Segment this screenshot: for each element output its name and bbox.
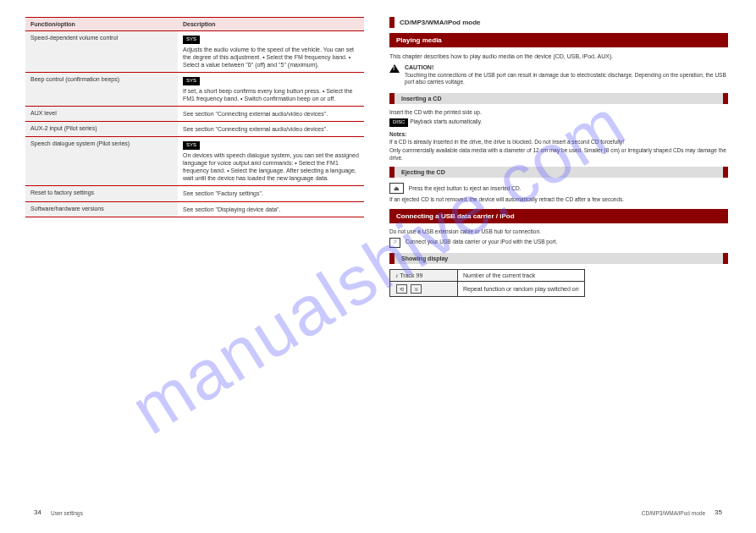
sys-chip: SYS xyxy=(183,36,200,44)
section-header: Playing media xyxy=(389,33,728,47)
sys-chip: SYS xyxy=(183,77,200,85)
display-header: Showing display xyxy=(395,253,723,264)
eject-body: Press the eject button to eject an inser… xyxy=(409,185,521,191)
page-spread: Function/option Description Speed-depend… xyxy=(0,0,756,319)
footer-left: User settings xyxy=(51,510,83,516)
subsection-header: Showing display xyxy=(389,253,728,264)
insert-cd-row: DISC Playback starts automatically. xyxy=(389,118,728,129)
page-number-left: 34 xyxy=(34,508,41,516)
disc-chip: DISC xyxy=(389,118,408,127)
row-title: Speech dialogue system (Pilot series) xyxy=(25,137,178,185)
hand-icon: ☞ xyxy=(389,238,400,248)
sys-chip: SYS xyxy=(183,141,200,150)
usb-header: Connecting a USB data carrier / iPod xyxy=(389,209,728,223)
left-page: Function/option Description Speed-depend… xyxy=(25,17,364,302)
insert-cd-after: Playback starts automatically. xyxy=(410,118,482,124)
eject-icon: ⏏ xyxy=(389,183,404,194)
section-title: CD/MP3/WMA/iPod mode xyxy=(395,17,486,28)
table-row: AUX level See section "Connecting extern… xyxy=(25,107,364,122)
table-row: ⟲ ⤮ Repeat function or random play switc… xyxy=(390,281,585,296)
shuffle-icon: ⤮ xyxy=(411,284,422,294)
insert-cd-body: Insert the CD with the printed side up. xyxy=(389,109,728,116)
row-desc: SYS On devices with speech dialogue syst… xyxy=(178,137,364,185)
subsection-header: Inserting a CD xyxy=(389,93,728,104)
table-row: Beep control (confirmation beeps) SYS If… xyxy=(25,73,364,107)
table-header: Function/option Description xyxy=(25,17,364,31)
notes-label: Notes: xyxy=(389,131,728,137)
note1: If a CD is already inserted in the drive… xyxy=(389,139,728,146)
row-text: If set, a short beep confirms every long… xyxy=(183,88,353,102)
warning-title: CAUTION! xyxy=(405,64,728,70)
table-row: Reset to factory settings See section "F… xyxy=(25,186,364,201)
usb-row: ☞ Connect your USB data carrier or your … xyxy=(389,238,728,248)
intro-text: This chapter describes how to play audio… xyxy=(389,52,728,61)
row-text: On devices with speech dialogue system, … xyxy=(183,152,359,181)
page-number-right: 35 xyxy=(715,508,722,516)
usb-body: Connect your USB data carrier or your iP… xyxy=(406,239,558,245)
row-desc: See section "Connecting external audio/v… xyxy=(178,122,364,136)
section-title-bar: CD/MP3/WMA/iPod mode xyxy=(389,17,728,28)
eject-note: If an ejected CD is not removed, the dev… xyxy=(389,196,728,203)
warning-block: CAUTION! Touching the connections of the… xyxy=(389,64,728,88)
row-title: AUX-2 input (Pilot series) xyxy=(25,122,178,136)
table-row: AUX-2 input (Pilot series) See section "… xyxy=(25,122,364,137)
row-title: Beep control (confirmation beeps) xyxy=(25,73,178,106)
repeat-desc: Repeat function or random play switched … xyxy=(458,281,585,296)
th-function: Function/option xyxy=(25,18,178,30)
display-table: ♪ Track 99 Number of the current track ⟲… xyxy=(389,269,585,297)
repeat-icon-cell: ⟲ ⤮ xyxy=(390,281,458,296)
row-title: AUX level xyxy=(25,107,178,121)
eject-row: ⏏ Press the eject button to eject an ins… xyxy=(389,183,728,194)
insert-cd-header: Inserting a CD xyxy=(395,93,723,104)
track-icon-cell: ♪ Track 99 xyxy=(390,269,458,281)
warning-icon xyxy=(389,64,400,73)
table-row: ♪ Track 99 Number of the current track xyxy=(390,269,585,281)
footer-right: CD/MP3/WMA/iPod mode xyxy=(642,510,705,516)
row-text: Adjusts the audio volume to the speed of… xyxy=(183,47,354,68)
table-row: Speed-dependent volume control SYS Adjus… xyxy=(25,31,364,73)
row-desc: SYS If set, a short beep confirms every … xyxy=(178,73,364,106)
track-desc: Number of the current track xyxy=(458,269,585,281)
row-desc: SYS Adjusts the audio volume to the spee… xyxy=(178,31,364,72)
subsection-header: Ejecting the CD xyxy=(389,167,728,178)
table-row: Software/hardware versions See section "… xyxy=(25,202,364,217)
row-title: Speed-dependent volume control xyxy=(25,31,178,72)
row-desc: See section "Displaying device data". xyxy=(178,202,364,217)
eject-cd-header: Ejecting the CD xyxy=(395,167,723,178)
right-page: CD/MP3/WMA/iPod mode Playing media This … xyxy=(389,17,728,302)
repeat-icon: ⟲ xyxy=(396,284,407,294)
row-title: Software/hardware versions xyxy=(25,202,178,217)
warning-text: Touching the connections of the USB port… xyxy=(405,72,728,86)
th-description: Description xyxy=(178,18,364,30)
row-desc: See section "Factory settings". xyxy=(178,186,364,201)
row-title: Reset to factory settings xyxy=(25,186,178,201)
usb-note: Do not use a USB extension cable or USB … xyxy=(389,228,728,235)
note2: Only commercially available data media w… xyxy=(389,147,728,162)
table-row: Speech dialogue system (Pilot series) SY… xyxy=(25,137,364,186)
row-desc: See section "Connecting external audio/v… xyxy=(178,107,364,121)
